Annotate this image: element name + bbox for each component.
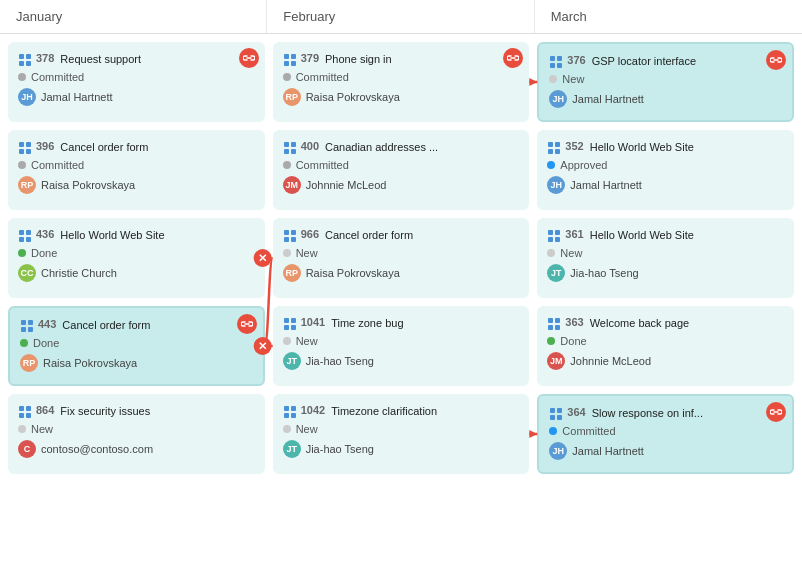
link-icon[interactable] — [237, 314, 257, 334]
user-name: Johnnie McLeod — [570, 355, 651, 367]
card-item[interactable]: 396 Cancel order form Committed RP Raisa… — [8, 130, 265, 210]
status-dot — [549, 75, 557, 83]
card-name: Time zone bug — [331, 316, 403, 330]
card-type-icon — [283, 229, 297, 243]
svg-rect-21 — [291, 54, 296, 59]
user-name: Raisa Pokrovskaya — [43, 357, 137, 369]
status-dot — [18, 249, 26, 257]
svg-rect-29 — [291, 230, 296, 235]
svg-rect-50 — [548, 237, 553, 242]
card-status: New — [283, 335, 520, 347]
svg-rect-44 — [548, 142, 553, 147]
svg-rect-53 — [555, 318, 560, 323]
card-title-row: 966 Cancel order form — [283, 228, 520, 243]
card-name: GSP locator interface — [592, 54, 696, 68]
card-item[interactable]: 864 Fix security issues New C contoso@co… — [8, 394, 265, 474]
svg-rect-17 — [26, 406, 31, 411]
card-user: JT Jia-hao Tseng — [547, 264, 784, 282]
card-type-icon — [547, 141, 561, 155]
status-dot — [547, 337, 555, 345]
status-text: Committed — [31, 71, 84, 83]
svg-rect-9 — [26, 230, 31, 235]
card-type-icon — [283, 405, 297, 419]
status-text: New — [296, 247, 318, 259]
card-name: Cancel order form — [62, 318, 150, 332]
svg-rect-38 — [284, 413, 289, 418]
card-status: Committed — [283, 71, 520, 83]
card-item[interactable]: 1042 Timezone clarification New JT Jia-h… — [273, 394, 530, 474]
status-text: Committed — [562, 425, 615, 437]
card-item[interactable]: 363 Welcome back page Done JM Johnnie Mc… — [537, 306, 794, 386]
svg-rect-8 — [19, 230, 24, 235]
card-id: 443 — [38, 318, 56, 330]
svg-rect-20 — [284, 54, 289, 59]
status-dot — [547, 161, 555, 169]
card-title-row: 864 Fix security issues — [18, 404, 255, 419]
svg-rect-18 — [19, 413, 24, 418]
svg-rect-52 — [548, 318, 553, 323]
card-name: Hello World Web Site — [590, 228, 694, 242]
card-title-row: 376 GSP locator interface — [549, 54, 782, 69]
card-item[interactable]: 352 Hello World Web Site Approved JH Jam… — [537, 130, 794, 210]
card-item[interactable]: 436 Hello World Web Site Done CC Christi… — [8, 218, 265, 298]
user-name: Jamal Hartnett — [41, 91, 113, 103]
status-dot — [283, 249, 291, 257]
card-name: Timezone clarification — [331, 404, 437, 418]
card-id: 376 — [567, 54, 585, 66]
svg-rect-16 — [19, 406, 24, 411]
card-type-icon — [283, 317, 297, 331]
card-item[interactable]: 379 Phone sign in Committed RP Raisa Pok… — [273, 42, 530, 122]
link-icon[interactable] — [766, 50, 786, 70]
user-name: Jia-hao Tseng — [306, 443, 374, 455]
status-text: Done — [31, 247, 57, 259]
card-id: 378 — [36, 52, 54, 64]
svg-rect-2 — [19, 61, 24, 66]
card-name: Fix security issues — [60, 404, 150, 418]
status-dot — [283, 73, 291, 81]
card-user: JM Johnnie McLeod — [547, 352, 784, 370]
card-item[interactable]: 378 Request support Committed JH Jamal H… — [8, 42, 265, 122]
svg-rect-12 — [21, 320, 26, 325]
card-user: JM Johnnie McLeod — [283, 176, 520, 194]
svg-rect-25 — [291, 142, 296, 147]
link-icon[interactable] — [239, 48, 259, 68]
svg-rect-10 — [19, 237, 24, 242]
avatar: RP — [18, 176, 36, 194]
card-type-icon — [283, 141, 297, 155]
svg-rect-35 — [291, 325, 296, 330]
link-icon[interactable] — [503, 48, 523, 68]
avatar: RP — [283, 88, 301, 106]
svg-rect-0 — [19, 54, 24, 59]
card-title-row: 378 Request support — [18, 52, 255, 67]
card-item[interactable]: 376 GSP locator interface New JH Jamal H… — [537, 42, 794, 122]
avatar: JT — [547, 264, 565, 282]
card-id: 1042 — [301, 404, 325, 416]
card-item[interactable]: 400 Canadian addresses ... Committed JM … — [273, 130, 530, 210]
card-status: Done — [18, 247, 255, 259]
march-label: March — [551, 9, 587, 24]
user-name: Johnnie McLeod — [306, 179, 387, 191]
march-header: March — [535, 0, 802, 33]
link-icon[interactable] — [766, 402, 786, 422]
avatar: JH — [18, 88, 36, 106]
card-title-row: 379 Phone sign in — [283, 52, 520, 67]
card-title-row: 364 Slow response on inf... — [549, 406, 782, 421]
card-item[interactable]: 364 Slow response on inf... Committed JH… — [537, 394, 794, 474]
card-type-icon — [547, 229, 561, 243]
card-type-icon — [18, 141, 32, 155]
svg-rect-48 — [548, 230, 553, 235]
avatar: CC — [18, 264, 36, 282]
card-item[interactable]: 443 Cancel order form Done RP Raisa Pokr… — [8, 306, 265, 386]
card-type-icon — [18, 229, 32, 243]
status-text: New — [296, 335, 318, 347]
card-name: Request support — [60, 52, 141, 66]
svg-rect-5 — [26, 142, 31, 147]
card-status: Committed — [18, 159, 255, 171]
card-type-icon — [547, 317, 561, 331]
avatar: RP — [20, 354, 38, 372]
card-item[interactable]: 966 Cancel order form New RP Raisa Pokro… — [273, 218, 530, 298]
card-id: 379 — [301, 52, 319, 64]
card-item[interactable]: 1041 Time zone bug New JT Jia-hao Tseng — [273, 306, 530, 386]
svg-rect-32 — [284, 318, 289, 323]
card-item[interactable]: 361 Hello World Web Site New JT Jia-hao … — [537, 218, 794, 298]
